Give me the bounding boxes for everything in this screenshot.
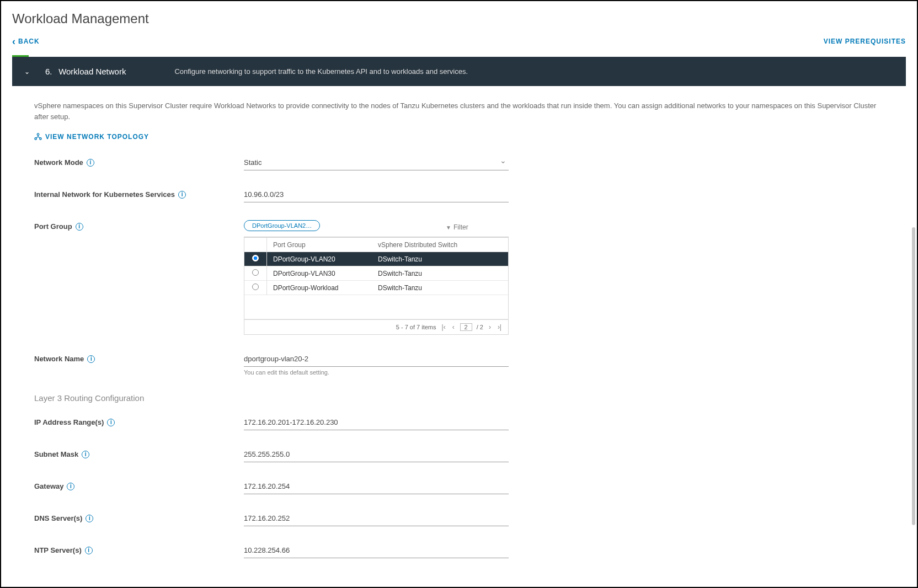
step-banner: ⌄ 6. Workload Network Configure networki… xyxy=(12,57,906,86)
page-current[interactable]: 2 xyxy=(460,323,472,331)
internal-network-label: Internal Network for Kubernetes Services xyxy=(34,190,175,199)
step-description: Configure networking to support traffic … xyxy=(174,67,468,76)
internal-network-input[interactable] xyxy=(244,188,509,202)
page-title: Workload Management xyxy=(1,1,917,33)
info-icon[interactable]: i xyxy=(76,223,83,231)
table-row[interactable]: DPortGroup-Workload DSwitch-Tanzu xyxy=(244,281,508,295)
pg-name: DPortGroup-VLAN30 xyxy=(270,270,375,277)
ip-range-label: IP Address Range(s) xyxy=(34,418,104,426)
port-group-chip[interactable]: DPortGroup-VLAN2… xyxy=(244,220,320,231)
page-next-icon[interactable]: › xyxy=(488,323,492,331)
network-name-label: Network Name xyxy=(34,355,84,363)
port-group-label: Port Group xyxy=(34,222,72,231)
topology-label: VIEW NETWORK TOPOLOGY xyxy=(45,133,149,141)
page-last-icon[interactable]: ›| xyxy=(497,323,503,331)
chevron-down-icon[interactable]: ⌄ xyxy=(24,68,30,76)
radio-icon[interactable] xyxy=(252,255,259,261)
dns-servers-input[interactable] xyxy=(244,512,509,526)
port-group-table: Port Group vSphere Distributed Switch DP… xyxy=(244,237,509,335)
dns-servers-label: DNS Server(s) xyxy=(34,514,82,522)
table-row[interactable]: DPortGroup-VLAN30 DSwitch-Tanzu xyxy=(244,266,508,281)
info-icon[interactable]: i xyxy=(82,451,89,458)
page-prev-icon[interactable]: ‹ xyxy=(451,323,456,331)
view-prerequisites-link[interactable]: VIEW PREREQUISITES xyxy=(824,38,906,45)
network-name-input[interactable] xyxy=(244,352,509,367)
pg-name: DPortGroup-VLAN20 xyxy=(270,255,375,263)
svg-point-0 xyxy=(37,133,39,136)
info-icon[interactable]: i xyxy=(67,483,74,490)
step-title: Workload Network xyxy=(58,67,126,76)
info-icon[interactable]: i xyxy=(87,355,95,363)
scrollbar-track xyxy=(912,45,915,582)
info-icon[interactable]: i xyxy=(86,515,93,522)
scrollbar-thumb[interactable] xyxy=(912,227,915,525)
pg-switch: DSwitch-Tanzu xyxy=(375,255,508,263)
col-vds: vSphere Distributed Switch xyxy=(375,241,508,249)
network-mode-label: Network Mode xyxy=(34,158,83,167)
page-first-icon[interactable]: |‹ xyxy=(441,323,447,331)
ntp-servers-label: NTP Server(s) xyxy=(34,546,82,554)
ip-range-input[interactable] xyxy=(244,416,509,430)
pg-switch: DSwitch-Tanzu xyxy=(375,284,508,292)
network-name-helper: You can edit this default setting. xyxy=(244,369,509,376)
info-icon[interactable]: i xyxy=(178,191,186,199)
info-icon[interactable]: i xyxy=(107,419,115,426)
back-button[interactable]: BACK xyxy=(12,38,40,45)
ntp-servers-input[interactable] xyxy=(244,544,509,558)
content-area: vSphere namespaces on this Supervisor Cl… xyxy=(1,86,917,560)
topology-icon xyxy=(34,133,42,141)
filter-icon[interactable]: ▼ xyxy=(446,224,451,231)
view-network-topology-link[interactable]: VIEW NETWORK TOPOLOGY xyxy=(34,133,149,141)
info-icon[interactable]: i xyxy=(85,547,93,554)
pg-name: DPortGroup-Workload xyxy=(270,284,375,292)
gateway-label: Gateway xyxy=(34,482,63,490)
l3-heading: Layer 3 Routing Configuration xyxy=(34,393,884,403)
table-row[interactable]: DPortGroup-VLAN20 DSwitch-Tanzu xyxy=(244,252,508,266)
col-port-group: Port Group xyxy=(270,241,375,249)
network-mode-select[interactable] xyxy=(244,156,509,170)
radio-icon[interactable] xyxy=(252,284,259,290)
table-blank xyxy=(244,295,508,319)
pagination-range: 5 - 7 of 7 items xyxy=(396,324,436,330)
page-total: / 2 xyxy=(477,324,483,330)
step-number: 6. xyxy=(45,67,52,76)
pg-switch: DSwitch-Tanzu xyxy=(375,270,508,277)
info-icon[interactable]: i xyxy=(87,159,94,167)
port-group-filter-input[interactable] xyxy=(453,223,509,231)
intro-text: vSphere namespaces on this Supervisor Cl… xyxy=(34,100,884,122)
radio-icon[interactable] xyxy=(252,269,259,276)
subnet-mask-label: Subnet Mask xyxy=(34,450,78,458)
gateway-input[interactable] xyxy=(244,480,509,494)
subnet-mask-input[interactable] xyxy=(244,448,509,462)
